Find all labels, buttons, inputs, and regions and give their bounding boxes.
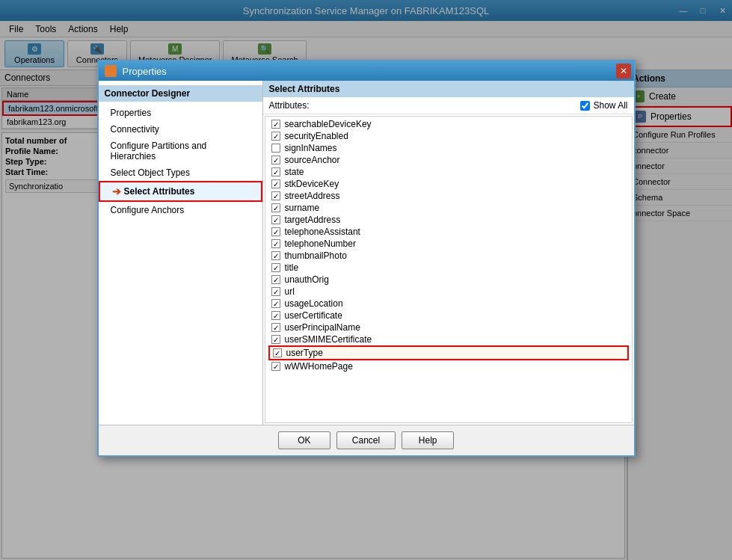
attributes-list[interactable]: searchableDeviceKey securityEnabled sign… [265,116,633,423]
dialog-title-icon [105,65,117,77]
attr-checkbox-url[interactable] [271,287,280,296]
list-item[interactable]: sourceAnchor [268,154,629,166]
attr-checkbox-telephoneNumber[interactable] [271,239,280,248]
nav-select-attributes-label: Select Attributes [124,186,195,197]
show-all-container: Show All [580,100,627,111]
dialog-title-text: Properties [123,66,167,77]
attr-checkbox-userSMIMECertificate[interactable] [271,335,280,344]
nav-configure-partitions-label: Configure Partitions and Hierarchies [111,141,250,161]
attr-checkbox-surname[interactable] [271,203,280,212]
nav-item-properties[interactable]: Properties [99,105,262,121]
attr-checkbox-userPrincipalName[interactable] [271,323,280,332]
attr-name-userPrincipalName: userPrincipalName [285,322,360,333]
list-item[interactable]: searchableDeviceKey [268,118,629,130]
list-item[interactable]: title [268,262,629,274]
attr-name-state: state [285,167,304,177]
attr-name-streetAddress: streetAddress [285,191,340,201]
show-all-label: Show All [593,100,627,111]
attr-name-userCertificate: userCertificate [285,310,342,321]
nav-connectivity-label: Connectivity [111,124,159,135]
attr-name-url: url [285,286,295,297]
dialog-body: Connector Designer Properties Connectivi… [99,81,634,425]
attr-checkbox-state[interactable] [271,167,280,176]
list-item[interactable]: securityEnabled [268,130,629,142]
attr-name-stkDeviceKey: stkDeviceKey [285,179,339,189]
nav-item-select-object-types[interactable]: Select Object Types [99,164,262,181]
attr-name-searchableDeviceKey: searchableDeviceKey [285,119,372,129]
list-item[interactable]: userSMIMECertificate [268,333,629,345]
attr-name-title: title [285,262,299,273]
nav-select-object-types-label: Select Object Types [111,167,191,178]
attr-checkbox-sourceAnchor[interactable] [271,156,280,164]
attr-checkbox-usageLocation[interactable] [271,299,280,308]
attr-name-thumbnailPhoto: thumbnailPhoto [285,250,347,261]
list-item[interactable]: thumbnailPhoto [268,250,629,262]
attr-checkbox-thumbnailPhoto[interactable] [271,251,280,260]
attr-checkbox-unauthOrig[interactable] [271,275,280,284]
list-item[interactable]: state [268,166,629,178]
attr-name-userType: userType [286,348,323,358]
attr-name-signInNames: signInNames [285,143,337,153]
attributes-toolbar: Attributes: Show All [263,97,634,114]
modal-overlay: Properties ✕ Connector Designer Properti… [0,0,732,560]
dialog-footer: OK Cancel Help [99,425,634,455]
attr-checkbox-stkDeviceKey[interactable] [271,179,280,188]
dialog-content: Select Attributes Attributes: Show All s… [263,81,634,425]
nav-arrow-icon: ➔ [112,185,121,197]
nav-item-configure-partitions[interactable]: Configure Partitions and Hierarchies [99,138,262,164]
dialog-nav-header: Connector Designer [99,85,262,102]
list-item[interactable]: userType [268,345,629,360]
help-button[interactable]: Help [402,431,454,449]
dialog-title-bar: Properties ✕ [99,61,634,81]
attr-name-targetAddress: targetAddress [285,215,341,225]
attr-checkbox-streetAddress[interactable] [271,191,280,200]
list-item[interactable]: signInNames [268,142,629,154]
list-item[interactable]: unauthOrig [268,274,629,286]
list-item[interactable]: surname [268,202,629,214]
list-item[interactable]: telephoneNumber [268,238,629,250]
nav-properties-label: Properties [111,108,152,118]
list-item[interactable]: targetAddress [268,214,629,226]
attr-checkbox-userCertificate[interactable] [271,311,280,320]
attr-checkbox-telephoneAssistant[interactable] [271,227,280,236]
attributes-label: Attributes: [269,100,310,111]
attr-checkbox-securityEnabled[interactable] [271,132,280,141]
nav-configure-anchors-label: Configure Anchors [111,205,185,215]
list-item[interactable]: userPrincipalName [268,321,629,333]
list-item[interactable]: url [268,286,629,298]
attr-checkbox-targetAddress[interactable] [271,215,280,224]
nav-item-connectivity[interactable]: Connectivity [99,121,262,138]
list-item[interactable]: streetAddress [268,190,629,202]
nav-item-select-attributes[interactable]: ➔ Select Attributes [99,181,262,202]
attr-checkbox-signInNames[interactable] [271,144,280,153]
properties-dialog: Properties ✕ Connector Designer Properti… [97,60,636,457]
list-item[interactable]: stkDeviceKey [268,178,629,190]
attr-checkbox-searchableDeviceKey[interactable] [271,120,280,129]
list-item[interactable]: wWWHomePage [268,360,629,372]
attr-name-unauthOrig: unauthOrig [285,274,329,285]
dialog-content-header: Select Attributes [263,81,634,97]
attr-name-telephoneNumber: telephoneNumber [285,239,356,249]
attr-name-wWWHomePage: wWWHomePage [285,361,353,372]
attr-name-telephoneAssistant: telephoneAssistant [285,227,360,237]
dialog-nav: Connector Designer Properties Connectivi… [99,81,263,425]
attr-checkbox-userType[interactable] [273,348,282,357]
attr-checkbox-title[interactable] [271,263,280,272]
attr-name-sourceAnchor: sourceAnchor [285,155,340,165]
attr-checkbox-wWWHomePage[interactable] [271,362,280,371]
dialog-close-button[interactable]: ✕ [616,64,631,79]
list-item[interactable]: userCertificate [268,310,629,321]
attr-name-userSMIMECertificate: userSMIMECertificate [285,334,372,345]
attr-name-surname: surname [285,203,320,213]
list-item[interactable]: telephoneAssistant [268,226,629,238]
ok-button[interactable]: OK [278,431,330,449]
cancel-button[interactable]: Cancel [336,431,396,449]
attr-name-usageLocation: usageLocation [285,298,343,309]
nav-item-configure-anchors[interactable]: Configure Anchors [99,202,262,218]
list-item[interactable]: usageLocation [268,298,629,310]
attr-name-securityEnabled: securityEnabled [285,131,348,141]
show-all-checkbox[interactable] [580,101,590,111]
